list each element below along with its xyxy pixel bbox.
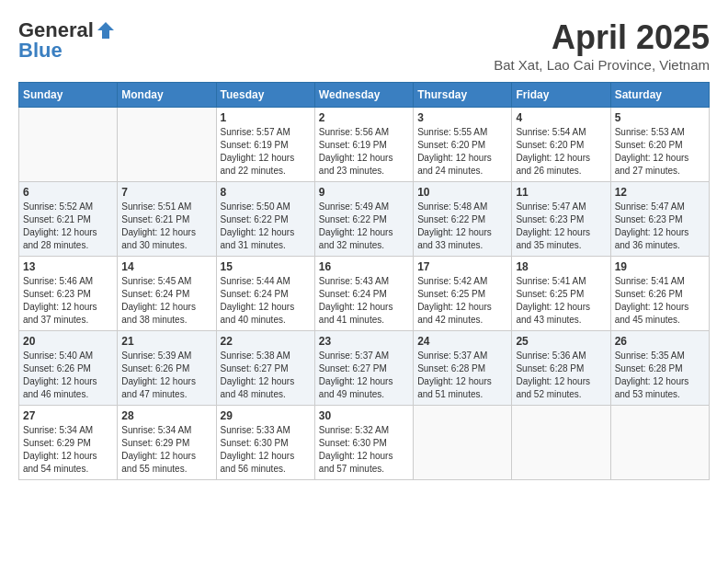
svg-marker-0 [97,22,114,39]
header-friday: Friday [512,83,610,108]
title-block: April 2025 Bat Xat, Lao Cai Province, Vi… [494,18,710,73]
table-row: 21Sunrise: 5:39 AM Sunset: 6:26 PM Dayli… [118,331,216,406]
day-info: Sunrise: 5:56 AM Sunset: 6:19 PM Dayligh… [319,126,409,178]
day-number: 27 [23,409,113,422]
header-monday: Monday [118,83,216,108]
day-number: 4 [516,111,606,124]
day-number: 6 [23,186,113,199]
day-info: Sunrise: 5:33 AM Sunset: 6:30 PM Dayligh… [221,424,311,476]
table-row: 1Sunrise: 5:57 AM Sunset: 6:19 PM Daylig… [216,108,314,182]
logo-blue-text: Blue [18,39,63,63]
day-number: 21 [121,335,211,348]
day-info: Sunrise: 5:35 AM Sunset: 6:28 PM Dayligh… [615,350,705,401]
logo: General Blue [18,18,116,63]
day-number: 16 [319,260,409,273]
day-number: 15 [221,260,311,273]
day-info: Sunrise: 5:41 AM Sunset: 6:25 PM Dayligh… [516,275,606,327]
table-row [19,108,118,182]
page-header: General Blue April 2025 Bat Xat, Lao Cai… [18,18,710,73]
day-number: 1 [221,111,311,124]
day-info: Sunrise: 5:53 AM Sunset: 6:20 PM Dayligh… [615,126,705,178]
day-number: 23 [319,335,409,348]
table-row: 12Sunrise: 5:47 AM Sunset: 6:23 PM Dayli… [610,182,709,257]
calendar-table: Sunday Monday Tuesday Wednesday Thursday… [18,82,710,480]
day-info: Sunrise: 5:45 AM Sunset: 6:24 PM Dayligh… [121,275,211,327]
table-row: 5Sunrise: 5:53 AM Sunset: 6:20 PM Daylig… [610,108,709,182]
calendar-week-row: 13Sunrise: 5:46 AM Sunset: 6:23 PM Dayli… [19,257,710,331]
day-number: 7 [121,186,211,199]
table-row: 22Sunrise: 5:38 AM Sunset: 6:27 PM Dayli… [216,331,314,406]
day-info: Sunrise: 5:54 AM Sunset: 6:20 PM Dayligh… [516,126,606,178]
location-title: Bat Xat, Lao Cai Province, Vietnam [494,57,710,73]
day-number: 5 [615,111,705,124]
table-row: 19Sunrise: 5:41 AM Sunset: 6:26 PM Dayli… [610,257,709,331]
day-info: Sunrise: 5:46 AM Sunset: 6:23 PM Dayligh… [23,275,113,327]
day-number: 22 [221,335,311,348]
table-row: 13Sunrise: 5:46 AM Sunset: 6:23 PM Dayli… [19,257,118,331]
day-number: 12 [615,186,705,199]
day-number: 17 [417,260,507,273]
table-row: 20Sunrise: 5:40 AM Sunset: 6:26 PM Dayli… [19,331,118,406]
day-info: Sunrise: 5:41 AM Sunset: 6:26 PM Dayligh… [615,275,705,327]
table-row: 16Sunrise: 5:43 AM Sunset: 6:24 PM Dayli… [314,257,413,331]
day-info: Sunrise: 5:50 AM Sunset: 6:22 PM Dayligh… [221,201,311,252]
day-number: 29 [221,409,311,422]
table-row: 17Sunrise: 5:42 AM Sunset: 6:25 PM Dayli… [414,257,512,331]
calendar-week-row: 27Sunrise: 5:34 AM Sunset: 6:29 PM Dayli… [19,406,710,480]
day-number: 28 [121,409,211,422]
header-saturday: Saturday [610,83,709,108]
table-row: 30Sunrise: 5:32 AM Sunset: 6:30 PM Dayli… [314,406,413,480]
day-number: 2 [319,111,409,124]
day-number: 20 [23,335,113,348]
table-row: 4Sunrise: 5:54 AM Sunset: 6:20 PM Daylig… [512,108,610,182]
day-info: Sunrise: 5:40 AM Sunset: 6:26 PM Dayligh… [23,350,113,401]
table-row: 25Sunrise: 5:36 AM Sunset: 6:28 PM Dayli… [512,331,610,406]
day-info: Sunrise: 5:47 AM Sunset: 6:23 PM Dayligh… [615,201,705,252]
day-number: 10 [417,186,507,199]
table-row: 18Sunrise: 5:41 AM Sunset: 6:25 PM Dayli… [512,257,610,331]
day-info: Sunrise: 5:44 AM Sunset: 6:24 PM Dayligh… [221,275,311,327]
header-wednesday: Wednesday [314,83,413,108]
table-row: 3Sunrise: 5:55 AM Sunset: 6:20 PM Daylig… [414,108,512,182]
table-row: 10Sunrise: 5:48 AM Sunset: 6:22 PM Dayli… [414,182,512,257]
table-row [512,406,610,480]
day-info: Sunrise: 5:42 AM Sunset: 6:25 PM Dayligh… [417,275,507,327]
table-row: 9Sunrise: 5:49 AM Sunset: 6:22 PM Daylig… [314,182,413,257]
day-info: Sunrise: 5:49 AM Sunset: 6:22 PM Dayligh… [319,201,409,252]
day-number: 11 [516,186,606,199]
table-row: 29Sunrise: 5:33 AM Sunset: 6:30 PM Dayli… [216,406,314,480]
logo-icon [96,20,116,40]
table-row: 11Sunrise: 5:47 AM Sunset: 6:23 PM Dayli… [512,182,610,257]
day-number: 18 [516,260,606,273]
day-info: Sunrise: 5:51 AM Sunset: 6:21 PM Dayligh… [121,201,211,252]
day-info: Sunrise: 5:47 AM Sunset: 6:23 PM Dayligh… [516,201,606,252]
table-row: 8Sunrise: 5:50 AM Sunset: 6:22 PM Daylig… [216,182,314,257]
calendar-header-row: Sunday Monday Tuesday Wednesday Thursday… [19,83,710,108]
table-row [610,406,709,480]
day-number: 14 [121,260,211,273]
table-row: 2Sunrise: 5:56 AM Sunset: 6:19 PM Daylig… [314,108,413,182]
table-row: 14Sunrise: 5:45 AM Sunset: 6:24 PM Dayli… [118,257,216,331]
day-info: Sunrise: 5:34 AM Sunset: 6:29 PM Dayligh… [121,424,211,476]
calendar-week-row: 6Sunrise: 5:52 AM Sunset: 6:21 PM Daylig… [19,182,710,257]
day-info: Sunrise: 5:39 AM Sunset: 6:26 PM Dayligh… [121,350,211,401]
day-number: 3 [417,111,507,124]
table-row: 6Sunrise: 5:52 AM Sunset: 6:21 PM Daylig… [19,182,118,257]
day-info: Sunrise: 5:37 AM Sunset: 6:28 PM Dayligh… [417,350,507,401]
day-info: Sunrise: 5:57 AM Sunset: 6:19 PM Dayligh… [221,126,311,178]
day-info: Sunrise: 5:38 AM Sunset: 6:27 PM Dayligh… [221,350,311,401]
day-info: Sunrise: 5:43 AM Sunset: 6:24 PM Dayligh… [319,275,409,327]
table-row [414,406,512,480]
header-tuesday: Tuesday [216,83,314,108]
header-thursday: Thursday [414,83,512,108]
calendar-week-row: 1Sunrise: 5:57 AM Sunset: 6:19 PM Daylig… [19,108,710,182]
table-row [118,108,216,182]
day-number: 13 [23,260,113,273]
day-info: Sunrise: 5:48 AM Sunset: 6:22 PM Dayligh… [417,201,507,252]
month-title: April 2025 [494,18,710,57]
table-row: 26Sunrise: 5:35 AM Sunset: 6:28 PM Dayli… [610,331,709,406]
day-info: Sunrise: 5:37 AM Sunset: 6:27 PM Dayligh… [319,350,409,401]
header-sunday: Sunday [19,83,118,108]
table-row: 28Sunrise: 5:34 AM Sunset: 6:29 PM Dayli… [118,406,216,480]
day-number: 30 [319,409,409,422]
